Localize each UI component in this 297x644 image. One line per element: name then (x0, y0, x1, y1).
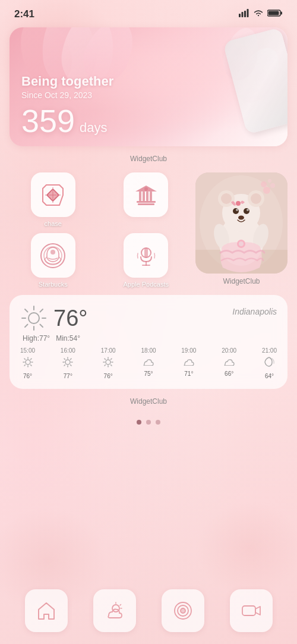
svg-line-68 (24, 365, 26, 366)
love-subtitle: Since Oct 29, 2023 (21, 90, 113, 100)
app-podcasts[interactable]: Apple Podcasts (103, 233, 190, 288)
svg-line-76 (71, 359, 72, 360)
status-icons (239, 9, 283, 20)
page-dot-1[interactable] (137, 420, 141, 425)
svg-line-57 (40, 309, 43, 312)
love-widget-attribution: WidgetClub (10, 153, 287, 165)
photo-widget-attribution: WidgetClub (223, 276, 260, 288)
weather-details: High:77° Min:54° (23, 334, 277, 343)
hourly-temp-5: 66° (225, 370, 233, 377)
hourly-time-6: 21:00 (262, 347, 277, 354)
svg-point-59 (29, 313, 39, 323)
svg-rect-6 (268, 11, 279, 15)
main-area: Being together Since Oct 29, 2023 359 da… (0, 24, 297, 585)
svg-line-85 (111, 359, 112, 360)
svg-point-69 (65, 360, 70, 365)
svg-line-77 (64, 365, 65, 366)
status-bar: 2:41 (0, 0, 297, 24)
love-widget-text: Being together Since Oct 29, 2023 359 da… (21, 74, 113, 137)
hourly-item-0: 15:00 76° (20, 347, 35, 379)
hourly-temp-2: 76° (104, 373, 113, 379)
svg-rect-1 (242, 12, 244, 17)
svg-rect-0 (239, 14, 241, 17)
svg-rect-95 (242, 606, 255, 615)
hourly-time-4: 19:00 (181, 347, 196, 354)
weather-hourly: 15:00 76°16:00 77°17:00 (20, 347, 277, 379)
bank-icon-bg (124, 172, 168, 217)
hourly-time-2: 17:00 (101, 347, 116, 354)
apps-section: chase (10, 172, 287, 288)
svg-line-55 (25, 309, 28, 312)
svg-point-40 (247, 209, 249, 211)
weather-widget[interactable]: 76° Indianapolis High:77° Min:54° 15:00 (10, 295, 287, 389)
svg-line-58 (25, 325, 28, 328)
svg-line-86 (105, 365, 106, 366)
svg-point-38 (244, 208, 249, 214)
hourly-temp-0: 76° (23, 373, 32, 379)
svg-rect-3 (247, 9, 249, 17)
hourly-item-2: 17:00 76° (101, 347, 116, 379)
dock-target[interactable] (162, 589, 204, 632)
hourly-temp-1: 77° (64, 373, 72, 379)
weather-city: Indianapolis (232, 307, 277, 316)
svg-line-56 (40, 325, 43, 328)
weather-city-info: Indianapolis (232, 304, 277, 316)
svg-rect-2 (244, 11, 246, 17)
hourly-time-1: 16:00 (61, 347, 75, 354)
dock-home[interactable] (25, 589, 68, 632)
hourly-time-5: 20:00 (222, 347, 236, 354)
app-bank[interactable] (103, 172, 190, 227)
hourly-icon-4 (182, 356, 195, 368)
dock (0, 585, 297, 644)
hourly-item-5: 20:00 66° (222, 347, 236, 379)
hourly-time-0: 15:00 (20, 347, 35, 354)
svg-line-89 (120, 605, 121, 606)
chase-icon-bg (31, 172, 75, 217)
weather-left: 76° (20, 304, 87, 332)
apps-grid: chase (10, 172, 189, 288)
svg-rect-15 (139, 191, 141, 201)
svg-rect-16 (143, 191, 145, 201)
svg-point-39 (236, 209, 238, 211)
svg-line-75 (71, 365, 72, 366)
svg-line-67 (30, 359, 31, 360)
love-title: Being together (21, 74, 113, 89)
love-days: 359 days (21, 105, 113, 137)
weather-min: Min:54° (56, 334, 80, 343)
podcasts-icon-bg (124, 233, 168, 278)
hourly-icon-5 (223, 356, 236, 368)
svg-point-36 (251, 193, 261, 204)
svg-point-60 (26, 360, 30, 365)
hourly-temp-4: 71° (184, 370, 193, 377)
svg-point-23 (50, 250, 55, 255)
weather-sun-icon (20, 304, 48, 332)
hourly-icon-3 (142, 356, 155, 368)
svg-line-74 (64, 359, 65, 360)
love-widget[interactable]: Being together Since Oct 29, 2023 359 da… (10, 27, 287, 146)
podcasts-label: Apple Podcasts (124, 281, 169, 288)
hourly-time-3: 18:00 (141, 347, 156, 354)
svg-rect-14 (137, 201, 156, 203)
svg-point-50 (268, 179, 271, 183)
svg-point-34 (221, 193, 232, 204)
status-time: 2:41 (14, 8, 34, 20)
svg-rect-18 (150, 191, 152, 201)
wifi-icon (253, 9, 264, 20)
page-dot-2[interactable] (146, 420, 151, 425)
love-count: 359 (21, 105, 75, 137)
hourly-item-3: 18:00 75° (141, 347, 156, 379)
svg-point-20 (144, 187, 148, 191)
starbucks-icon-bg (31, 233, 75, 278)
weather-high: High:77° (23, 334, 50, 343)
signal-icon (239, 9, 249, 20)
svg-line-66 (30, 365, 31, 366)
dock-weather[interactable] (93, 589, 136, 632)
photo-widget[interactable] (195, 172, 287, 274)
page-dot-3[interactable] (156, 420, 160, 425)
dock-camera[interactable] (230, 589, 273, 632)
hourly-icon-6 (264, 356, 274, 370)
app-starbucks[interactable]: Starbucks (10, 233, 97, 288)
svg-rect-13 (138, 203, 154, 205)
app-chase[interactable]: chase (10, 172, 97, 227)
weather-main-row: 76° Indianapolis (20, 304, 277, 332)
